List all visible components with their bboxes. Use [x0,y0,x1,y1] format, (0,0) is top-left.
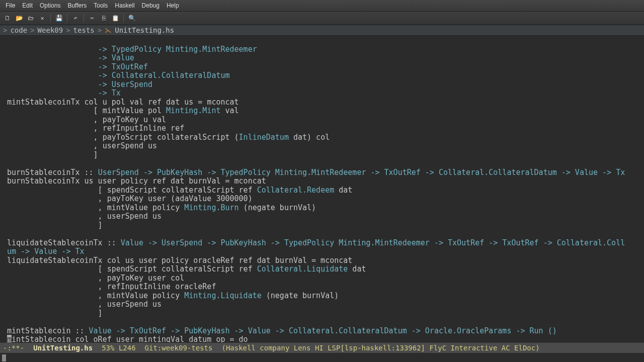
code-line: , payToKey u val [7,115,166,124]
search-icon[interactable]: 🔍 [127,13,137,23]
folder-icon[interactable]: 🗁 [26,13,36,23]
menu-tools[interactable]: Tools [90,1,111,10]
code-line: ] [7,221,103,230]
code-editor[interactable]: -> TypedPolicy Minting.MintRedeemer -> V… [0,36,644,342]
minibuffer-cursor [2,354,6,361]
toolbar-separator [123,14,124,23]
breadcrumb: > code > Week09 > tests > ⋋ UnitTesting.… [0,25,644,36]
code-line: burnStablecoinTx :: UserSpend -> PubKeyH… [7,168,625,177]
code-line: um -> Value -> Tx [7,247,85,256]
code-line: , payToKey user col [7,274,184,283]
code-line: , mintValue policy Minting.Burn (negate … [7,203,316,212]
menu-buffers[interactable]: Buffers [64,1,90,10]
text-cursor: m [7,335,12,342]
modeline: -:**- UnitTesting.hs 53% L246 Git:week09… [0,342,644,353]
toolbar: 🗋 📂 🗁 ✕ 💾 ↶ ✂ ⎘ 📋 🔍 [0,12,644,25]
new-file-icon[interactable]: 🗋 [3,13,13,23]
chevron-right-icon: > [66,26,70,34]
modeline-status: -:**- [3,344,24,352]
menu-help[interactable]: Help [163,1,183,10]
haskell-file-icon: ⋋ [105,26,112,34]
code-line: , userSpend us [7,300,162,309]
code-line: -> Collateral.CollateralDatum [7,71,230,80]
breadcrumb-file[interactable]: UnitTesting.hs [115,26,174,34]
code-line: -> TypedPolicy Minting.MintRedeemer [7,45,257,54]
menu-edit[interactable]: Edit [19,1,36,10]
breadcrumb-part[interactable]: Week09 [38,26,63,34]
paste-icon[interactable]: 📋 [110,13,120,23]
modeline-modes: (Haskell company Lens HI LSP[lsp-haskell… [221,344,539,352]
code-line: , refInputInline oracleRef [7,282,216,291]
save-icon[interactable]: 💾 [54,13,64,23]
close-icon[interactable]: ✕ [37,13,47,23]
code-line: liquidateStablecoinTx col us user policy… [7,256,352,265]
modeline-filename: UnitTesting.hs [33,344,93,352]
chevron-right-icon: > [98,26,102,34]
code-line: mintStablecoinTx col u pol val ref dat u… [7,98,239,107]
code-line: liquidateStablecoinTx :: Value -> UserSp… [7,238,625,247]
chevron-right-icon: > [30,26,34,34]
code-line: ] [7,309,103,318]
code-line: burnStablecoinTx us user policy ref dat … [7,176,266,186]
code-line: -> Value [7,53,134,62]
toolbar-separator [84,14,84,23]
cut-icon[interactable]: ✂ [87,13,97,23]
code-line: [ spendScript collateralScript ref Colla… [7,264,366,274]
menu-haskell[interactable]: Haskell [111,1,138,10]
breadcrumb-part[interactable]: tests [73,26,95,34]
code-line: , mintValue policy Minting.Liquidate (ne… [7,291,339,300]
code-line: , userSpend us [7,212,162,221]
code-line: [ mintValue pol Minting.Mint val [7,106,239,115]
code-line: mintStablecoin col oRef user mintingVal … [7,335,248,342]
menu-options[interactable]: Options [36,1,64,10]
code-line: , payToKey user (adaValue 3000000) [7,194,253,203]
breadcrumb-part[interactable]: code [10,26,27,34]
undo-icon[interactable]: ↶ [70,13,80,23]
code-line: mintStablecoin :: Value -> TxOutRef -> P… [7,326,557,335]
toolbar-separator [67,14,67,23]
menubar: File Edit Options Buffers Tools Haskell … [0,0,644,12]
modeline-position: 53% L246 [102,344,135,352]
modeline-git: Git:week09-tests [145,344,213,352]
breadcrumb-root: > [3,26,7,34]
code-line: [ spendScript collateralScript ref Colla… [7,186,352,195]
code-line: , payToScript collateralScript (InlineDa… [7,133,330,142]
code-line: -> Tx [7,88,121,98]
code-line: ] [7,150,98,159]
menu-file[interactable]: File [2,1,19,10]
toolbar-separator [50,14,51,23]
copy-icon[interactable]: ⎘ [99,13,109,23]
code-line: -> UserSpend [7,80,152,89]
minibuffer[interactable] [0,353,644,362]
code-line: -> TxOutRef [7,62,148,71]
code-line: , refInputInline ref [7,124,184,133]
code-line: , userSpend us [7,141,157,150]
menu-debug[interactable]: Debug [138,1,163,10]
open-file-icon[interactable]: 📂 [14,13,24,23]
